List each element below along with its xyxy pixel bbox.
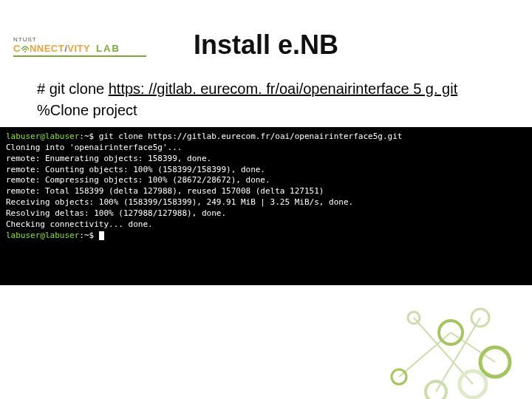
logo-brand-part2: NNECT — [30, 43, 64, 54]
svg-point-0 — [24, 51, 26, 52]
terminal-line: remote: Enumerating objects: 158399, don… — [6, 154, 211, 163]
svg-line-3 — [436, 318, 480, 392]
terminal-cursor — [99, 231, 104, 240]
terminal-line: Checking connectivity... done. — [6, 219, 153, 229]
logo-brand-part3: VITY — [67, 43, 90, 54]
svg-line-1 — [399, 332, 451, 377]
instruction-comment: %Clone project — [37, 102, 137, 118]
terminal-line: remote: Compressing objects: 100% (28672… — [6, 175, 270, 185]
logo-brand-part1: C — [13, 43, 21, 54]
instruction-url[interactable]: https: //gitlab. eurecom. fr/oai/openair… — [109, 81, 457, 97]
terminal-line: Cloning into 'openairinterface5g'... — [6, 143, 182, 152]
svg-point-10 — [408, 312, 420, 324]
wifi-icon — [21, 44, 30, 52]
terminal-line: remote: Total 158399 (delta 127988), reu… — [6, 186, 324, 196]
logo-brand: CNNECTiVITY LAB — [13, 43, 120, 54]
instruction-prefix: # git clone — [37, 81, 109, 97]
terminal-line: Receiving objects: 100% (158399/158399),… — [6, 197, 353, 207]
decoration-graphic — [369, 288, 517, 399]
logo: NTUST CNNECTiVITY LAB — [13, 37, 146, 57]
terminal-prompt-user: labuser@labuser — [6, 231, 79, 240]
terminal-line: Resolving deltas: 100% (127988/127988), … — [6, 208, 226, 218]
terminal-output: labuser@labuser:~$ git clone https://git… — [0, 127, 532, 285]
svg-point-9 — [392, 369, 406, 384]
svg-point-8 — [426, 381, 446, 399]
terminal-prompt-path: :~$ — [79, 132, 99, 141]
terminal-prompt-path: :~$ — [79, 231, 99, 240]
slide: NTUST CNNECTiVITY LAB Install e.NB # git… — [0, 30, 532, 399]
svg-point-11 — [460, 371, 486, 398]
logo-underline — [13, 55, 146, 57]
svg-point-6 — [480, 347, 510, 377]
svg-point-7 — [471, 309, 489, 327]
svg-line-2 — [451, 332, 495, 362]
terminal-command: git clone https://gitlab.eurecom.fr/oai/… — [99, 132, 403, 141]
logo-lab: LAB — [96, 43, 120, 54]
svg-line-4 — [414, 318, 473, 384]
terminal-line: remote: Counting objects: 100% (158399/1… — [6, 165, 265, 174]
terminal-prompt-user: labuser@labuser — [6, 132, 79, 141]
svg-point-5 — [439, 321, 463, 344]
instruction-block: # git clone https: //gitlab. eurecom. fr… — [37, 78, 502, 121]
